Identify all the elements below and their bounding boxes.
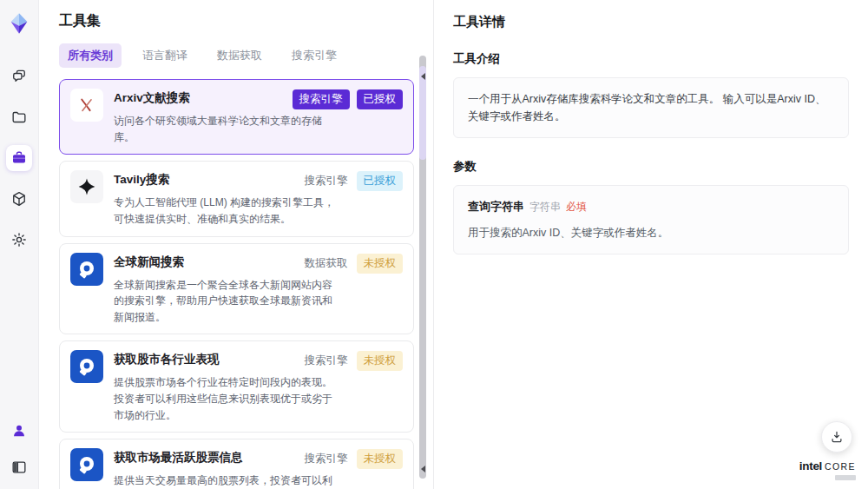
splitter-collapse-bottom-icon[interactable] xyxy=(421,466,425,472)
tool-badges: 搜索引擎 已授权 xyxy=(293,89,404,109)
tool-card[interactable]: Arxiv文献搜索 搜索引擎 已授权 访问各个研究领域大量科学论文和文章的存储库… xyxy=(59,79,414,155)
page-title: 工具集 xyxy=(59,12,414,29)
params-box: 查询字符串 字符串 必填 用于搜索的Arxiv ID、关键字或作者姓名。 xyxy=(453,185,849,254)
intro-heading: 工具介绍 xyxy=(453,51,849,67)
tool-icon xyxy=(70,170,103,203)
panel-toggle-icon[interactable] xyxy=(6,454,32,480)
core-wordmark: CORE xyxy=(825,461,856,472)
app-window: 工具集 所有类别语言翻译数据获取搜索引擎 Arxiv文献搜索 搜索引擎 已授权 … xyxy=(0,0,868,489)
tool-category-badge: 搜索引擎 xyxy=(293,89,350,109)
app-logo-icon xyxy=(7,11,31,36)
params-heading: 参数 xyxy=(453,159,849,175)
parameter-type: 字符串 xyxy=(529,199,561,215)
tool-description: 提供股票市场各个行业在特定时间段内的表现。投资者可以利用这些信息来识别表现优于或… xyxy=(114,374,341,423)
tool-status-badge: 未授权 xyxy=(357,449,404,469)
briefcase-icon[interactable] xyxy=(6,145,32,171)
intel-ultra-badge xyxy=(835,475,856,480)
tool-icon xyxy=(70,350,103,383)
tool-description: 提供当天交易量最高的股票列表，投资者可以利用这些信息来识别流动性强的股票和潜在的… xyxy=(114,472,341,489)
tool-card[interactable]: 获取市场最活跃股票信息 搜索引擎 未授权 提供当天交易量最高的股票列表，投资者可… xyxy=(59,439,414,489)
tool-badges: 搜索引擎 未授权 xyxy=(303,448,404,469)
tool-icon xyxy=(70,89,103,122)
tool-description: 访问各个研究领域大量科学论文和文章的存储库。 xyxy=(114,113,341,145)
parameter-item: 查询字符串 字符串 必填 用于搜索的Arxiv ID、关键字或作者姓名。 xyxy=(468,198,834,241)
tool-description: 全球新闻搜索是一个聚合全球各大新闻网站内容的搜索引擎，帮助用户快速获取全球最新资… xyxy=(114,277,341,326)
tool-name: 获取市场最活跃股票信息 xyxy=(114,448,293,469)
tool-category-badge: 数据获取 xyxy=(303,254,350,274)
folder-icon[interactable] xyxy=(6,104,32,130)
tool-category-badge: 搜索引擎 xyxy=(303,171,350,191)
tool-status-badge: 未授权 xyxy=(357,351,404,371)
splitter-collapse-top-icon[interactable] xyxy=(421,73,425,80)
scrollbar-track[interactable] xyxy=(419,56,426,479)
tool-card[interactable]: Tavily搜索 搜索引擎 已授权 专为人工智能代理 (LLM) 构建的搜索引擎… xyxy=(59,161,414,236)
scrollbar-thumb[interactable] xyxy=(419,66,426,160)
tool-name: 全球新闻搜索 xyxy=(114,253,293,274)
chat-icon[interactable] xyxy=(6,63,32,89)
download-icon xyxy=(829,429,845,445)
tool-card[interactable]: 获取股市各行业表现 搜索引擎 未授权 提供股票市场各个行业在特定时间段内的表现。… xyxy=(59,340,414,433)
tool-description: 专为人工智能代理 (LLM) 构建的搜索引擎工具，可快速提供实时、准确和真实的结… xyxy=(114,195,341,227)
tool-badges: 搜索引擎 已授权 xyxy=(303,170,404,191)
gear-icon[interactable] xyxy=(6,227,32,253)
cube-icon[interactable] xyxy=(6,186,32,212)
tool-badges: 数据获取 未授权 xyxy=(303,253,404,274)
sidebar-nav xyxy=(6,63,32,253)
intel-core-logo: intel CORE xyxy=(799,459,856,480)
parameter-description: 用于搜索的Arxiv ID、关键字或作者姓名。 xyxy=(468,224,834,241)
detail-title: 工具详情 xyxy=(453,14,849,30)
category-tab[interactable]: 搜索引擎 xyxy=(283,43,345,68)
tool-status-badge: 未授权 xyxy=(357,254,404,274)
category-tab[interactable]: 数据获取 xyxy=(208,43,271,68)
tool-icon xyxy=(70,448,103,481)
tool-category-badge: 搜索引擎 xyxy=(303,351,350,371)
tool-icon xyxy=(70,253,103,286)
tool-status-badge: 已授权 xyxy=(357,89,404,109)
tool-badges: 搜索引擎 未授权 xyxy=(303,350,404,371)
download-button[interactable] xyxy=(821,421,852,453)
sidebar xyxy=(0,0,39,489)
category-tab[interactable]: 语言翻译 xyxy=(134,43,196,68)
tool-list-panel: 工具集 所有类别语言翻译数据获取搜索引擎 Arxiv文献搜索 搜索引擎 已授权 … xyxy=(39,0,434,489)
tool-category-badge: 搜索引擎 xyxy=(303,449,350,469)
user-icon[interactable] xyxy=(6,418,32,444)
sidebar-bottom xyxy=(6,418,32,480)
tool-list: Arxiv文献搜索 搜索引擎 已授权 访问各个研究领域大量科学论文和文章的存储库… xyxy=(59,79,414,489)
tool-name: 获取股市各行业表现 xyxy=(114,350,293,371)
parameter-required-badge: 必填 xyxy=(566,199,587,215)
tool-name: Arxiv文献搜索 xyxy=(114,89,282,109)
intel-wordmark: intel xyxy=(799,459,822,472)
tool-card[interactable]: 全球新闻搜索 数据获取 未授权 全球新闻搜索是一个聚合全球各大新闻网站内容的搜索… xyxy=(59,243,414,335)
parameter-name: 查询字符串 xyxy=(468,198,524,216)
tool-status-badge: 已授权 xyxy=(357,171,404,191)
category-tabs: 所有类别语言翻译数据获取搜索引擎 xyxy=(59,43,414,68)
intro-text: 一个用于从Arxiv存储库搜索科学论文和文章的工具。 输入可以是Arxiv ID… xyxy=(453,77,849,138)
tool-name: Tavily搜索 xyxy=(114,170,293,191)
category-tab[interactable]: 所有类别 xyxy=(59,43,122,68)
tool-detail-panel: 工具详情 工具介绍 一个用于从Arxiv存储库搜索科学论文和文章的工具。 输入可… xyxy=(434,0,868,489)
